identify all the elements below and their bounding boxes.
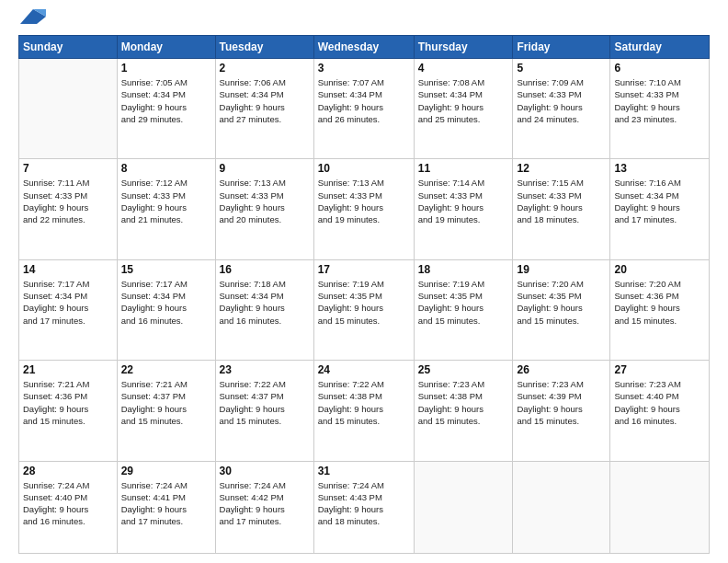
day-number: 26 bbox=[517, 363, 606, 376]
day-cell: 8Sunrise: 7:12 AMSunset: 4:33 PMDaylight… bbox=[117, 159, 215, 259]
weekday-header-monday: Monday bbox=[117, 36, 215, 59]
day-info: Sunrise: 7:21 AMSunset: 4:36 PMDaylight:… bbox=[23, 378, 113, 427]
day-cell: 23Sunrise: 7:22 AMSunset: 4:37 PMDayligh… bbox=[215, 361, 313, 461]
day-number: 10 bbox=[318, 162, 410, 175]
day-info: Sunrise: 7:20 AMSunset: 4:35 PMDaylight:… bbox=[517, 278, 606, 327]
day-info: Sunrise: 7:13 AMSunset: 4:33 PMDaylight:… bbox=[318, 177, 410, 225]
day-cell: 2Sunrise: 7:06 AMSunset: 4:34 PMDaylight… bbox=[215, 59, 313, 159]
day-info: Sunrise: 7:17 AMSunset: 4:34 PMDaylight:… bbox=[121, 278, 211, 327]
day-cell: 13Sunrise: 7:16 AMSunset: 4:34 PMDayligh… bbox=[610, 159, 710, 259]
day-cell: 20Sunrise: 7:20 AMSunset: 4:36 PMDayligh… bbox=[610, 259, 710, 360]
weekday-header-sunday: Sunday bbox=[19, 36, 118, 59]
day-info: Sunrise: 7:05 AMSunset: 4:34 PMDaylight:… bbox=[121, 76, 211, 125]
day-cell: 30Sunrise: 7:24 AMSunset: 4:42 PMDayligh… bbox=[215, 461, 313, 553]
weekday-header-tuesday: Tuesday bbox=[215, 36, 313, 59]
day-cell: 11Sunrise: 7:14 AMSunset: 4:33 PMDayligh… bbox=[414, 159, 513, 259]
day-cell: 1Sunrise: 7:05 AMSunset: 4:34 PMDaylight… bbox=[117, 59, 215, 159]
day-cell: 6Sunrise: 7:10 AMSunset: 4:33 PMDaylight… bbox=[610, 59, 710, 159]
day-number: 17 bbox=[318, 263, 410, 276]
day-cell: 9Sunrise: 7:13 AMSunset: 4:33 PMDaylight… bbox=[215, 159, 313, 259]
day-cell: 24Sunrise: 7:22 AMSunset: 4:38 PMDayligh… bbox=[313, 361, 414, 461]
day-info: Sunrise: 7:11 AMSunset: 4:33 PMDaylight:… bbox=[23, 177, 113, 225]
day-cell bbox=[414, 461, 513, 553]
week-row-2: 7Sunrise: 7:11 AMSunset: 4:33 PMDaylight… bbox=[19, 159, 710, 259]
day-info: Sunrise: 7:22 AMSunset: 4:38 PMDaylight:… bbox=[318, 378, 410, 427]
day-cell: 3Sunrise: 7:07 AMSunset: 4:34 PMDaylight… bbox=[313, 59, 414, 159]
day-number: 5 bbox=[517, 62, 606, 75]
day-cell: 25Sunrise: 7:23 AMSunset: 4:38 PMDayligh… bbox=[414, 361, 513, 461]
weekday-header-row: SundayMondayTuesdayWednesdayThursdayFrid… bbox=[19, 36, 710, 59]
day-cell: 16Sunrise: 7:18 AMSunset: 4:34 PMDayligh… bbox=[215, 259, 313, 360]
day-cell: 21Sunrise: 7:21 AMSunset: 4:36 PMDayligh… bbox=[19, 361, 118, 461]
page: SundayMondayTuesdayWednesdayThursdayFrid… bbox=[0, 0, 728, 563]
day-cell bbox=[513, 461, 610, 553]
day-info: Sunrise: 7:07 AMSunset: 4:34 PMDaylight:… bbox=[318, 76, 410, 125]
weekday-header-thursday: Thursday bbox=[414, 36, 513, 59]
day-cell: 5Sunrise: 7:09 AMSunset: 4:33 PMDaylight… bbox=[513, 59, 610, 159]
day-info: Sunrise: 7:10 AMSunset: 4:33 PMDaylight:… bbox=[614, 76, 705, 125]
day-number: 20 bbox=[614, 263, 705, 276]
day-number: 11 bbox=[418, 162, 509, 175]
day-info: Sunrise: 7:19 AMSunset: 4:35 PMDaylight:… bbox=[418, 278, 509, 327]
day-number: 2 bbox=[220, 62, 310, 75]
week-row-5: 28Sunrise: 7:24 AMSunset: 4:40 PMDayligh… bbox=[19, 461, 710, 553]
day-number: 30 bbox=[220, 465, 310, 477]
day-info: Sunrise: 7:12 AMSunset: 4:33 PMDaylight:… bbox=[121, 177, 211, 225]
day-cell: 18Sunrise: 7:19 AMSunset: 4:35 PMDayligh… bbox=[414, 259, 513, 360]
day-cell: 12Sunrise: 7:15 AMSunset: 4:33 PMDayligh… bbox=[513, 159, 610, 259]
day-number: 13 bbox=[614, 162, 705, 175]
week-row-1: 1Sunrise: 7:05 AMSunset: 4:34 PMDaylight… bbox=[19, 59, 710, 159]
day-number: 31 bbox=[318, 465, 410, 477]
day-info: Sunrise: 7:15 AMSunset: 4:33 PMDaylight:… bbox=[517, 177, 606, 225]
day-number: 23 bbox=[220, 363, 310, 376]
day-number: 29 bbox=[121, 465, 211, 477]
day-cell: 10Sunrise: 7:13 AMSunset: 4:33 PMDayligh… bbox=[313, 159, 414, 259]
day-info: Sunrise: 7:23 AMSunset: 4:39 PMDaylight:… bbox=[517, 378, 606, 427]
day-cell: 17Sunrise: 7:19 AMSunset: 4:35 PMDayligh… bbox=[313, 259, 414, 360]
day-cell: 26Sunrise: 7:23 AMSunset: 4:39 PMDayligh… bbox=[513, 361, 610, 461]
logo bbox=[18, 15, 46, 26]
weekday-header-wednesday: Wednesday bbox=[313, 36, 414, 59]
day-cell: 28Sunrise: 7:24 AMSunset: 4:40 PMDayligh… bbox=[19, 461, 118, 553]
day-number: 8 bbox=[121, 162, 211, 175]
calendar: SundayMondayTuesdayWednesdayThursdayFrid… bbox=[18, 35, 710, 554]
day-info: Sunrise: 7:09 AMSunset: 4:33 PMDaylight:… bbox=[517, 76, 606, 125]
day-number: 28 bbox=[23, 465, 113, 477]
day-info: Sunrise: 7:24 AMSunset: 4:41 PMDaylight:… bbox=[121, 479, 211, 528]
day-number: 7 bbox=[23, 162, 113, 175]
day-number: 4 bbox=[418, 62, 509, 75]
day-cell: 22Sunrise: 7:21 AMSunset: 4:37 PMDayligh… bbox=[117, 361, 215, 461]
day-cell: 27Sunrise: 7:23 AMSunset: 4:40 PMDayligh… bbox=[610, 361, 710, 461]
day-info: Sunrise: 7:08 AMSunset: 4:34 PMDaylight:… bbox=[418, 76, 509, 125]
day-info: Sunrise: 7:24 AMSunset: 4:43 PMDaylight:… bbox=[318, 479, 410, 528]
day-info: Sunrise: 7:22 AMSunset: 4:37 PMDaylight:… bbox=[220, 378, 310, 427]
day-number: 9 bbox=[220, 162, 310, 175]
weekday-header-friday: Friday bbox=[513, 36, 610, 59]
day-info: Sunrise: 7:24 AMSunset: 4:42 PMDaylight:… bbox=[220, 479, 310, 528]
week-row-3: 14Sunrise: 7:17 AMSunset: 4:34 PMDayligh… bbox=[19, 259, 710, 360]
logo-icon bbox=[20, 7, 46, 26]
day-info: Sunrise: 7:21 AMSunset: 4:37 PMDaylight:… bbox=[121, 378, 211, 427]
day-info: Sunrise: 7:14 AMSunset: 4:33 PMDaylight:… bbox=[418, 177, 509, 225]
day-cell bbox=[19, 59, 118, 159]
day-number: 25 bbox=[418, 363, 509, 376]
day-cell: 15Sunrise: 7:17 AMSunset: 4:34 PMDayligh… bbox=[117, 259, 215, 360]
day-info: Sunrise: 7:16 AMSunset: 4:34 PMDaylight:… bbox=[614, 177, 705, 225]
week-row-4: 21Sunrise: 7:21 AMSunset: 4:36 PMDayligh… bbox=[19, 361, 710, 461]
day-cell bbox=[610, 461, 710, 553]
day-cell: 4Sunrise: 7:08 AMSunset: 4:34 PMDaylight… bbox=[414, 59, 513, 159]
header bbox=[18, 15, 710, 26]
day-number: 27 bbox=[614, 363, 705, 376]
day-info: Sunrise: 7:13 AMSunset: 4:33 PMDaylight:… bbox=[220, 177, 310, 225]
day-number: 22 bbox=[121, 363, 211, 376]
day-number: 16 bbox=[220, 263, 310, 276]
day-cell: 7Sunrise: 7:11 AMSunset: 4:33 PMDaylight… bbox=[19, 159, 118, 259]
day-info: Sunrise: 7:18 AMSunset: 4:34 PMDaylight:… bbox=[220, 278, 310, 327]
day-cell: 14Sunrise: 7:17 AMSunset: 4:34 PMDayligh… bbox=[19, 259, 118, 360]
day-info: Sunrise: 7:23 AMSunset: 4:38 PMDaylight:… bbox=[418, 378, 509, 427]
day-number: 21 bbox=[23, 363, 113, 376]
day-number: 6 bbox=[614, 62, 705, 75]
day-cell: 19Sunrise: 7:20 AMSunset: 4:35 PMDayligh… bbox=[513, 259, 610, 360]
day-info: Sunrise: 7:17 AMSunset: 4:34 PMDaylight:… bbox=[23, 278, 113, 327]
weekday-header-saturday: Saturday bbox=[610, 36, 710, 59]
